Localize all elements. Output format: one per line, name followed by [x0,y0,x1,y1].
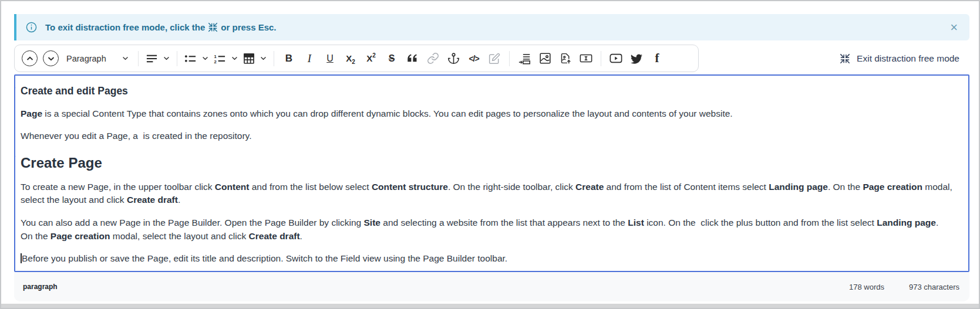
svg-text:2: 2 [214,59,216,63]
subscript-button[interactable]: X2 [341,47,361,70]
italic-button[interactable]: I [299,47,319,70]
insert-image-button[interactable] [535,47,555,70]
superscript-button[interactable]: X2 [361,47,381,70]
distraction-free-notice: To exit distraction free mode, click the… [14,14,969,40]
editor-status-bar: paragraph 178 words 973 characters [14,272,969,301]
superscript-icon: X2 [366,53,376,63]
youtube-icon [609,53,622,63]
heading-dropdown[interactable]: Paragraph [62,47,133,70]
distraction-free-editor: To exit distraction free mode, click the… [0,0,980,309]
editor-paragraph[interactable]: You can also add a new Page in the Page … [21,216,953,243]
word-count: 178 words [849,283,884,291]
bold-icon: B [285,53,292,64]
block-quote-button[interactable] [402,47,422,70]
embed-content-icon [518,53,531,64]
chevron-down-icon [163,56,170,60]
notice-text: To exit distraction free mode, click the… [45,22,277,32]
bold-button[interactable]: B [279,47,299,70]
editor-content[interactable]: ⁄Create and edit PagesPage is a special … [14,74,969,272]
editor-toolbar: Paragraph 12 B I U X2 X2 S [14,45,699,72]
heading-marker-icon: ⁄ [14,85,15,94]
strikethrough-icon: S [389,53,395,64]
toolbar-divider [509,51,510,66]
editor-paragraph[interactable]: To create a new Page, in the upper toolb… [21,181,953,207]
toolbar-divider [177,51,177,66]
input-field-icon [580,54,592,63]
editor-heading[interactable]: ⁄Create Page [21,152,953,173]
edit-source-button[interactable] [484,47,504,70]
edit-source-icon [489,53,500,64]
bulleted-list-icon [184,53,197,64]
link-button[interactable] [423,47,443,70]
editor-paragraph[interactable]: Whenever you edit a Page, a is created i… [21,130,953,143]
numbered-list-dropdown[interactable]: 12 [211,47,240,70]
underline-button[interactable]: U [320,47,340,70]
bulleted-list-dropdown[interactable] [182,47,211,70]
facebook-button[interactable]: f [647,47,667,70]
heading-dropdown-label: Paragraph [66,54,106,63]
element-path-item[interactable]: paragraph [23,283,58,291]
block-quote-icon [406,53,418,63]
underline-icon: U [326,53,334,64]
page-bottom-strip [1,304,979,308]
counters: 178 words 973 characters [849,283,959,291]
chevron-down-icon [260,56,267,60]
move-up-button[interactable] [22,50,38,66]
editor-heading[interactable]: ⁄Create and edit Pages [21,84,953,99]
close-icon[interactable]: × [947,20,961,35]
subscript-icon: X2 [346,53,355,63]
numbered-list-icon: 12 [214,53,226,64]
italic-icon: I [308,52,311,65]
link-icon [427,52,439,64]
chevron-down-icon [122,56,129,60]
insert-table-dropdown[interactable] [241,47,269,70]
youtube-button[interactable] [606,47,626,70]
alignment-dropdown[interactable] [143,47,172,70]
move-down-button[interactable] [43,50,59,66]
twitter-icon [631,53,642,64]
exit-distraction-free-label: Exit distraction free mode [857,53,959,64]
code-button[interactable]: </> [464,47,484,70]
heading-marker-icon: ⁄ [14,154,15,163]
editor-paragraph[interactable]: Before you publish or save the Page, edi… [21,252,953,266]
text-alignment-icon [146,53,158,64]
toolbar-divider [601,51,601,66]
upload-image-icon [560,52,572,64]
code-icon: </> [469,54,479,63]
info-icon [26,22,37,33]
collapse-icon [208,22,218,32]
insert-table-icon [243,53,255,64]
twitter-button[interactable] [627,47,646,70]
input-field-button[interactable] [576,47,596,70]
insert-image-icon [539,52,551,64]
exit-distraction-free-icon [840,53,850,64]
anchor-button[interactable] [443,47,463,70]
chevron-down-icon [231,56,238,60]
anchor-icon [447,52,460,64]
move-down-icon [48,56,55,61]
character-count: 973 characters [909,283,959,291]
move-up-icon [26,56,33,61]
toolbar-divider [138,51,139,66]
chevron-down-icon [202,56,208,60]
strikethrough-button[interactable]: S [382,47,402,70]
exit-distraction-free-button[interactable]: Exit distraction free mode [840,45,959,72]
notice-text-after: or press Esc. [221,22,276,32]
editor-paragraph[interactable]: Page is a special Content Type that cont… [21,107,953,121]
upload-image-button[interactable] [555,47,575,70]
embed-content-button[interactable] [514,47,534,70]
facebook-icon: f [655,51,659,66]
notice-text-before: To exit distraction free mode, click the [45,22,205,32]
toolbar-divider [274,51,274,66]
